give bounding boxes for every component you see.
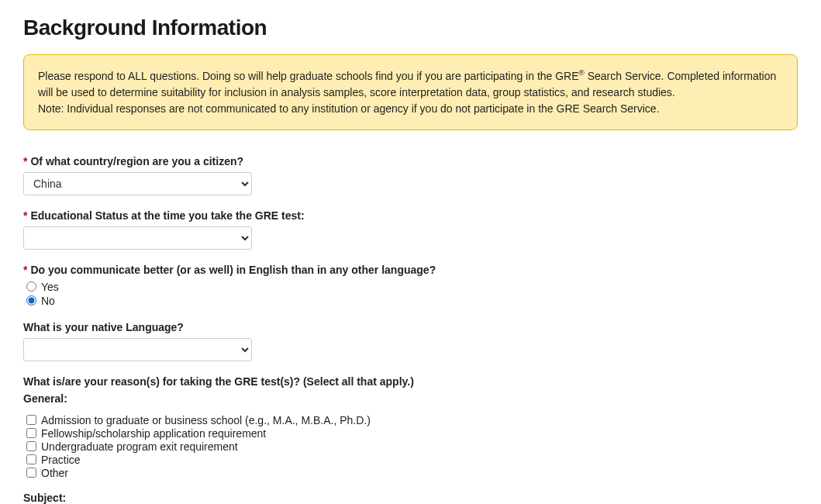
- reason-label: Other: [41, 467, 68, 479]
- native-lang-label-text: What is your native Language?: [23, 321, 184, 333]
- english-comm-label-text: Do you communicate better (or as well) i…: [30, 264, 436, 276]
- english-no-radio[interactable]: [26, 295, 36, 306]
- reason-label: Undergraduate program exit requirement: [41, 440, 238, 453]
- reason-checkbox-fellowship[interactable]: [26, 428, 36, 438]
- reason-label: Admission to graduate or business school…: [41, 414, 371, 426]
- native-lang-field-group: What is your native Language?: [23, 321, 798, 361]
- native-lang-select[interactable]: [23, 338, 252, 361]
- reason-checkbox-practice[interactable]: [26, 454, 36, 464]
- reason-checkbox-other[interactable]: [26, 468, 36, 478]
- registered-mark: ®: [579, 68, 585, 77]
- native-lang-label: What is your native Language?: [23, 321, 798, 333]
- reason-label: Practice: [41, 454, 81, 466]
- english-yes-radio[interactable]: [26, 281, 36, 292]
- info-line2: Note: Individual responses are not commu…: [38, 101, 783, 117]
- reason-row: Admission to graduate or business school…: [26, 414, 798, 426]
- radio-row-yes: Yes: [26, 281, 798, 293]
- reason-row: Fellowship/scholarship application requi…: [26, 427, 798, 440]
- required-indicator: *: [23, 155, 27, 167]
- info-text-pre: Please respond to ALL questions. Doing s…: [38, 70, 579, 82]
- required-indicator: *: [23, 209, 27, 222]
- country-label-text: Of what country/region are you a citizen…: [30, 155, 243, 167]
- info-banner: Please respond to ALL questions. Doing s…: [23, 54, 798, 130]
- reasons-subject-sublabel: Subject:: [23, 492, 798, 504]
- country-select[interactable]: China: [23, 172, 252, 195]
- english-no-label: No: [41, 295, 55, 307]
- edu-status-label: *Educational Status at the time you take…: [23, 209, 798, 222]
- english-yes-label: Yes: [41, 281, 59, 293]
- edu-status-field-group: *Educational Status at the time you take…: [23, 209, 798, 250]
- reason-row: Practice: [26, 454, 798, 466]
- reasons-general-sublabel: General:: [23, 392, 798, 405]
- english-comm-label: *Do you communicate better (or as well) …: [23, 264, 798, 276]
- reason-label: Fellowship/scholarship application requi…: [41, 427, 266, 440]
- reason-row: Undergraduate program exit requirement: [26, 440, 798, 453]
- reason-checkbox-undergrad[interactable]: [26, 441, 36, 451]
- country-label: *Of what country/region are you a citize…: [23, 155, 798, 167]
- required-indicator: *: [23, 264, 27, 276]
- reason-row: Other: [26, 467, 798, 479]
- edu-status-label-text: Educational Status at the time you take …: [30, 209, 304, 222]
- radio-row-no: No: [26, 295, 798, 307]
- reasons-label: What is/are your reason(s) for taking th…: [23, 375, 798, 388]
- edu-status-select[interactable]: [23, 226, 252, 250]
- reasons-checkbox-group: Admission to graduate or business school…: [23, 414, 798, 479]
- reasons-field-group: What is/are your reason(s) for taking th…: [23, 375, 798, 504]
- country-field-group: *Of what country/region are you a citize…: [23, 155, 798, 195]
- reason-checkbox-admission[interactable]: [26, 415, 36, 425]
- info-line1: Please respond to ALL questions. Doing s…: [38, 67, 783, 101]
- english-comm-field-group: *Do you communicate better (or as well) …: [23, 264, 798, 307]
- page-title: Background Information: [23, 16, 798, 40]
